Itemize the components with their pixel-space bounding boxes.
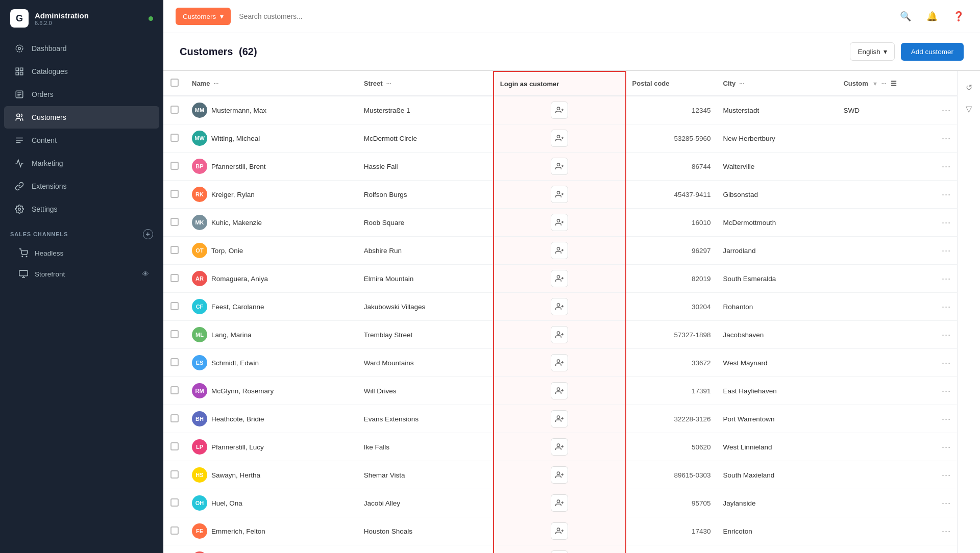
login-as-customer-button[interactable] (551, 410, 568, 428)
row-checkbox[interactable] (170, 386, 179, 394)
login-as-customer-button[interactable] (551, 466, 568, 484)
login-as-customer-button[interactable] (551, 522, 568, 540)
customer-name: Romaguera, Aniya (211, 275, 268, 283)
right-sidebar: ↺ ▽ (957, 71, 980, 553)
name-col-menu[interactable]: ··· (213, 80, 218, 87)
row-street-cell: McDermott Circle (358, 124, 494, 153)
login-as-customer-button[interactable] (551, 550, 568, 553)
login-as-customer-button[interactable] (551, 242, 568, 259)
row-checkbox[interactable] (170, 414, 179, 422)
row-more-button[interactable]: ··· (942, 217, 951, 228)
row-checkbox[interactable] (170, 218, 179, 226)
login-as-customer-button[interactable] (551, 298, 568, 315)
topbar: Customers ▾ 🔍 🔔 ❓ (163, 0, 980, 33)
row-street-cell: Jacobi Alley (358, 489, 494, 517)
login-as-customer-button[interactable] (551, 130, 568, 147)
row-checkbox[interactable] (170, 442, 179, 450)
login-as-customer-button[interactable] (551, 438, 568, 456)
login-as-customer-button[interactable] (551, 186, 568, 203)
sidebar-item-dashboard[interactable]: Dashboard (4, 37, 159, 60)
row-login-cell (494, 405, 626, 433)
row-more-button[interactable]: ··· (942, 161, 951, 172)
row-checkbox[interactable] (170, 106, 179, 114)
row-checkbox[interactable] (170, 246, 179, 254)
row-name-cell: BP Pfannerstill, Brent (186, 153, 358, 181)
login-as-customer-button[interactable] (551, 102, 568, 119)
row-checkbox[interactable] (170, 358, 179, 366)
marketing-nav-icon (14, 158, 24, 168)
sidebar-item-headless[interactable]: Headless (4, 243, 159, 263)
row-checkbox[interactable] (170, 274, 179, 282)
login-as-customer-button[interactable] (551, 326, 568, 343)
login-as-customer-button[interactable] (551, 214, 568, 231)
row-more-button[interactable]: ··· (942, 105, 951, 116)
row-checkbox[interactable] (170, 190, 179, 198)
row-more-button[interactable]: ··· (942, 133, 951, 144)
row-checkbox[interactable] (170, 162, 179, 170)
row-more-button[interactable]: ··· (942, 498, 951, 509)
add-sales-channel-button[interactable]: + (143, 229, 153, 239)
row-more-button[interactable]: ··· (942, 358, 951, 368)
sidebar-item-orders[interactable]: Orders (4, 83, 159, 106)
sidebar-item-extensions[interactable]: Extensions (4, 175, 159, 197)
row-street-cell: Will Drives (358, 377, 494, 405)
login-as-customer-button[interactable] (551, 158, 568, 175)
row-more-button[interactable]: ··· (942, 189, 951, 200)
orders-nav-icon (14, 89, 24, 99)
login-as-customer-button[interactable] (551, 270, 568, 287)
col-settings-icon[interactable]: ☰ (891, 80, 897, 87)
sidebar-item-storefront[interactable]: Storefront👁 (4, 264, 159, 284)
refresh-button[interactable]: ↺ (961, 79, 977, 95)
page-title: Customers (62) (180, 46, 257, 58)
row-name-cell: HS Sawayn, Hertha (186, 461, 358, 489)
row-checkbox[interactable] (170, 134, 179, 142)
login-as-customer-button[interactable] (551, 494, 568, 512)
row-more-button[interactable]: ··· (942, 526, 951, 537)
row-checkbox[interactable] (170, 526, 179, 535)
sidebar-item-content[interactable]: Content (4, 129, 159, 152)
row-more-button[interactable]: ··· (942, 245, 951, 256)
sidebar-item-catalogues[interactable]: Catalogues (4, 60, 159, 83)
street-col-menu[interactable]: ··· (386, 80, 391, 87)
app-title: Administration (35, 11, 89, 20)
row-checkbox[interactable] (170, 498, 179, 507)
row-more-button[interactable]: ··· (942, 470, 951, 481)
filter-button[interactable]: ▽ (961, 100, 977, 117)
svg-point-50 (557, 528, 560, 531)
login-as-customer-button[interactable] (551, 354, 568, 371)
sidebar-item-marketing[interactable]: Marketing (4, 152, 159, 174)
search-context-button[interactable]: Customers ▾ (176, 8, 231, 25)
add-customer-button[interactable]: Add customer (901, 43, 964, 61)
row-checkbox[interactable] (170, 470, 179, 479)
row-postal-cell: 53285-5960 (626, 124, 717, 153)
sidebar-item-settings[interactable]: Settings (4, 198, 159, 220)
row-more-button[interactable]: ··· (942, 273, 951, 284)
sidebar-item-customers[interactable]: Customers (4, 106, 159, 129)
search-icon-button[interactable]: 🔍 (896, 7, 915, 26)
help-icon-button[interactable]: ❓ (949, 7, 968, 26)
row-more-button[interactable]: ··· (942, 330, 951, 340)
row-checkbox-cell (163, 517, 186, 545)
customer-name: Pfannerstill, Lucy (211, 443, 264, 451)
custom-col-menu[interactable]: ··· (881, 80, 887, 87)
login-as-customer-button[interactable] (551, 382, 568, 399)
customer-name: Lang, Marina (211, 331, 252, 339)
row-checkbox[interactable] (170, 330, 179, 338)
language-selector[interactable]: English ▾ (850, 42, 894, 61)
city-col-menu[interactable]: ··· (739, 80, 744, 87)
select-all-checkbox[interactable] (170, 79, 179, 87)
page-title-text: Customers (180, 46, 233, 57)
row-more-button[interactable]: ··· (942, 386, 951, 396)
header-actions: English ▾ Add customer (850, 42, 964, 61)
customer-name: Kreiger, Rylan (211, 191, 255, 198)
row-more-button[interactable]: ··· (942, 414, 951, 424)
row-city-cell: Musterstadt (717, 96, 838, 124)
notification-icon-button[interactable]: 🔔 (923, 7, 941, 26)
row-more-button[interactable]: ··· (942, 442, 951, 453)
row-more-button[interactable]: ··· (942, 301, 951, 312)
row-checkbox[interactable] (170, 302, 179, 310)
row-name-cell: OT Torp, Onie (186, 237, 358, 265)
sidebar-label-customers: Customers (32, 113, 66, 121)
search-input[interactable] (239, 8, 888, 24)
row-postal-cell: 50620 (626, 433, 717, 461)
